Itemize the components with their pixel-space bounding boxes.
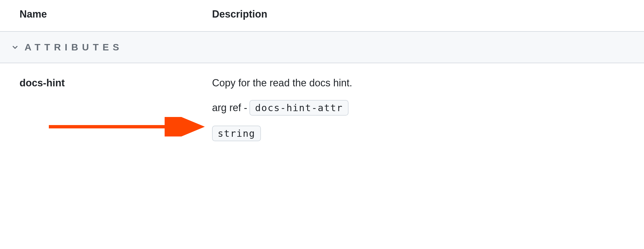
column-header-name: Name: [0, 8, 212, 20]
arg-ref-line: arg ref - docs-hint-attr: [212, 100, 644, 116]
arg-ref-label: arg ref -: [212, 102, 247, 114]
section-title: ATTRIBUTES: [25, 42, 123, 53]
attribute-type: string: [212, 126, 261, 141]
section-header-row[interactable]: ATTRIBUTES: [0, 32, 644, 63]
chevron-down-icon: [11, 43, 19, 51]
column-header-description: Description: [212, 8, 644, 20]
attribute-name: docs-hint: [20, 77, 65, 89]
arg-ref-value: docs-hint-attr: [249, 100, 349, 116]
attributes-table: Name Description ATTRIBUTES docs-hint Co…: [0, 0, 644, 147]
table-row: docs-hint Copy for the read the docs hin…: [0, 63, 644, 147]
table-header-row: Name Description: [0, 0, 644, 32]
attribute-description: Copy for the read the docs hint.: [212, 77, 644, 89]
